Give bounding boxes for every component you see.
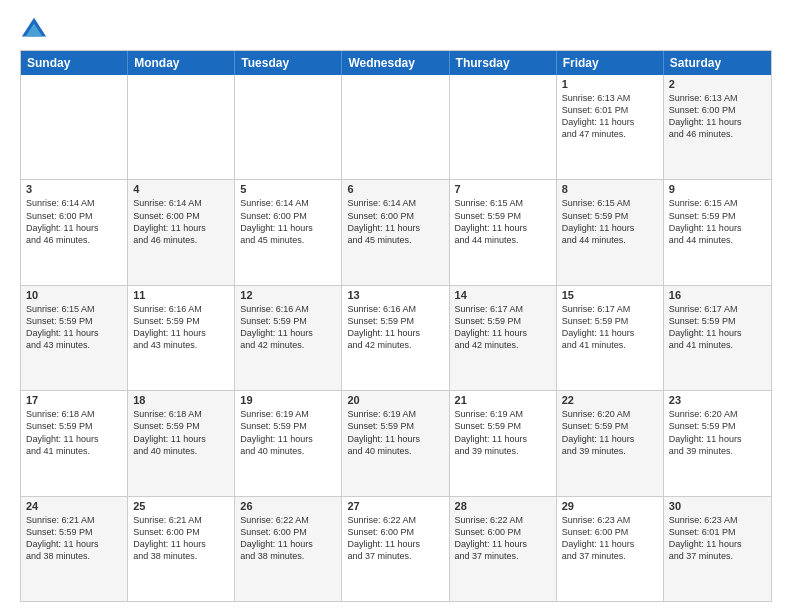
cell-info: Sunrise: 6:14 AM Sunset: 6:00 PM Dayligh… xyxy=(26,197,122,246)
cell-info: Sunrise: 6:17 AM Sunset: 5:59 PM Dayligh… xyxy=(455,303,551,352)
cal-cell-empty-0-4 xyxy=(450,75,557,179)
cal-cell-22: 22Sunrise: 6:20 AM Sunset: 5:59 PM Dayli… xyxy=(557,391,664,495)
day-number: 16 xyxy=(669,289,766,301)
day-number: 24 xyxy=(26,500,122,512)
cell-info: Sunrise: 6:19 AM Sunset: 5:59 PM Dayligh… xyxy=(347,408,443,457)
cal-cell-27: 27Sunrise: 6:22 AM Sunset: 6:00 PM Dayli… xyxy=(342,497,449,601)
day-number: 3 xyxy=(26,183,122,195)
cell-info: Sunrise: 6:21 AM Sunset: 6:00 PM Dayligh… xyxy=(133,514,229,563)
day-number: 20 xyxy=(347,394,443,406)
cal-cell-19: 19Sunrise: 6:19 AM Sunset: 5:59 PM Dayli… xyxy=(235,391,342,495)
cell-info: Sunrise: 6:18 AM Sunset: 5:59 PM Dayligh… xyxy=(133,408,229,457)
day-number: 15 xyxy=(562,289,658,301)
cal-cell-empty-0-3 xyxy=(342,75,449,179)
cal-cell-empty-0-0 xyxy=(21,75,128,179)
cell-info: Sunrise: 6:22 AM Sunset: 6:00 PM Dayligh… xyxy=(240,514,336,563)
cal-row-2: 10Sunrise: 6:15 AM Sunset: 5:59 PM Dayli… xyxy=(21,286,771,391)
cell-info: Sunrise: 6:19 AM Sunset: 5:59 PM Dayligh… xyxy=(455,408,551,457)
header xyxy=(20,16,772,44)
day-number: 26 xyxy=(240,500,336,512)
day-number: 27 xyxy=(347,500,443,512)
header-day-thursday: Thursday xyxy=(450,51,557,75)
cal-cell-17: 17Sunrise: 6:18 AM Sunset: 5:59 PM Dayli… xyxy=(21,391,128,495)
calendar-header: SundayMondayTuesdayWednesdayThursdayFrid… xyxy=(21,51,771,75)
header-day-tuesday: Tuesday xyxy=(235,51,342,75)
cal-cell-15: 15Sunrise: 6:17 AM Sunset: 5:59 PM Dayli… xyxy=(557,286,664,390)
cell-info: Sunrise: 6:21 AM Sunset: 5:59 PM Dayligh… xyxy=(26,514,122,563)
calendar-body: 1Sunrise: 6:13 AM Sunset: 6:01 PM Daylig… xyxy=(21,75,771,601)
cal-cell-23: 23Sunrise: 6:20 AM Sunset: 5:59 PM Dayli… xyxy=(664,391,771,495)
header-day-wednesday: Wednesday xyxy=(342,51,449,75)
day-number: 25 xyxy=(133,500,229,512)
day-number: 30 xyxy=(669,500,766,512)
cell-info: Sunrise: 6:14 AM Sunset: 6:00 PM Dayligh… xyxy=(133,197,229,246)
day-number: 18 xyxy=(133,394,229,406)
cal-cell-9: 9Sunrise: 6:15 AM Sunset: 5:59 PM Daylig… xyxy=(664,180,771,284)
day-number: 4 xyxy=(133,183,229,195)
day-number: 2 xyxy=(669,78,766,90)
cal-row-3: 17Sunrise: 6:18 AM Sunset: 5:59 PM Dayli… xyxy=(21,391,771,496)
cell-info: Sunrise: 6:23 AM Sunset: 6:01 PM Dayligh… xyxy=(669,514,766,563)
day-number: 7 xyxy=(455,183,551,195)
cell-info: Sunrise: 6:16 AM Sunset: 5:59 PM Dayligh… xyxy=(133,303,229,352)
cal-cell-18: 18Sunrise: 6:18 AM Sunset: 5:59 PM Dayli… xyxy=(128,391,235,495)
cal-cell-12: 12Sunrise: 6:16 AM Sunset: 5:59 PM Dayli… xyxy=(235,286,342,390)
cell-info: Sunrise: 6:14 AM Sunset: 6:00 PM Dayligh… xyxy=(347,197,443,246)
cal-cell-24: 24Sunrise: 6:21 AM Sunset: 5:59 PM Dayli… xyxy=(21,497,128,601)
cell-info: Sunrise: 6:15 AM Sunset: 5:59 PM Dayligh… xyxy=(455,197,551,246)
cell-info: Sunrise: 6:22 AM Sunset: 6:00 PM Dayligh… xyxy=(455,514,551,563)
day-number: 1 xyxy=(562,78,658,90)
cell-info: Sunrise: 6:22 AM Sunset: 6:00 PM Dayligh… xyxy=(347,514,443,563)
cell-info: Sunrise: 6:15 AM Sunset: 5:59 PM Dayligh… xyxy=(26,303,122,352)
logo xyxy=(20,16,52,44)
cal-cell-29: 29Sunrise: 6:23 AM Sunset: 6:00 PM Dayli… xyxy=(557,497,664,601)
day-number: 10 xyxy=(26,289,122,301)
cell-info: Sunrise: 6:18 AM Sunset: 5:59 PM Dayligh… xyxy=(26,408,122,457)
calendar: SundayMondayTuesdayWednesdayThursdayFrid… xyxy=(20,50,772,602)
cal-cell-28: 28Sunrise: 6:22 AM Sunset: 6:00 PM Dayli… xyxy=(450,497,557,601)
header-day-sunday: Sunday xyxy=(21,51,128,75)
cell-info: Sunrise: 6:17 AM Sunset: 5:59 PM Dayligh… xyxy=(669,303,766,352)
cal-cell-21: 21Sunrise: 6:19 AM Sunset: 5:59 PM Dayli… xyxy=(450,391,557,495)
cal-cell-11: 11Sunrise: 6:16 AM Sunset: 5:59 PM Dayli… xyxy=(128,286,235,390)
day-number: 21 xyxy=(455,394,551,406)
day-number: 5 xyxy=(240,183,336,195)
page: SundayMondayTuesdayWednesdayThursdayFrid… xyxy=(0,0,792,612)
cal-cell-3: 3Sunrise: 6:14 AM Sunset: 6:00 PM Daylig… xyxy=(21,180,128,284)
cal-cell-2: 2Sunrise: 6:13 AM Sunset: 6:00 PM Daylig… xyxy=(664,75,771,179)
cal-cell-empty-0-2 xyxy=(235,75,342,179)
day-number: 9 xyxy=(669,183,766,195)
header-day-saturday: Saturday xyxy=(664,51,771,75)
cell-info: Sunrise: 6:19 AM Sunset: 5:59 PM Dayligh… xyxy=(240,408,336,457)
cal-cell-1: 1Sunrise: 6:13 AM Sunset: 6:01 PM Daylig… xyxy=(557,75,664,179)
cell-info: Sunrise: 6:15 AM Sunset: 5:59 PM Dayligh… xyxy=(562,197,658,246)
day-number: 6 xyxy=(347,183,443,195)
cell-info: Sunrise: 6:17 AM Sunset: 5:59 PM Dayligh… xyxy=(562,303,658,352)
cal-row-0: 1Sunrise: 6:13 AM Sunset: 6:01 PM Daylig… xyxy=(21,75,771,180)
cal-row-4: 24Sunrise: 6:21 AM Sunset: 5:59 PM Dayli… xyxy=(21,497,771,601)
cal-cell-5: 5Sunrise: 6:14 AM Sunset: 6:00 PM Daylig… xyxy=(235,180,342,284)
day-number: 19 xyxy=(240,394,336,406)
cal-cell-8: 8Sunrise: 6:15 AM Sunset: 5:59 PM Daylig… xyxy=(557,180,664,284)
cal-cell-25: 25Sunrise: 6:21 AM Sunset: 6:00 PM Dayli… xyxy=(128,497,235,601)
cal-cell-14: 14Sunrise: 6:17 AM Sunset: 5:59 PM Dayli… xyxy=(450,286,557,390)
day-number: 29 xyxy=(562,500,658,512)
cal-cell-empty-0-1 xyxy=(128,75,235,179)
cal-cell-10: 10Sunrise: 6:15 AM Sunset: 5:59 PM Dayli… xyxy=(21,286,128,390)
cell-info: Sunrise: 6:13 AM Sunset: 6:01 PM Dayligh… xyxy=(562,92,658,141)
cell-info: Sunrise: 6:15 AM Sunset: 5:59 PM Dayligh… xyxy=(669,197,766,246)
day-number: 14 xyxy=(455,289,551,301)
cell-info: Sunrise: 6:14 AM Sunset: 6:00 PM Dayligh… xyxy=(240,197,336,246)
logo-icon xyxy=(20,16,48,44)
header-day-monday: Monday xyxy=(128,51,235,75)
day-number: 28 xyxy=(455,500,551,512)
day-number: 13 xyxy=(347,289,443,301)
cal-cell-13: 13Sunrise: 6:16 AM Sunset: 5:59 PM Dayli… xyxy=(342,286,449,390)
day-number: 22 xyxy=(562,394,658,406)
cell-info: Sunrise: 6:16 AM Sunset: 5:59 PM Dayligh… xyxy=(347,303,443,352)
cal-cell-6: 6Sunrise: 6:14 AM Sunset: 6:00 PM Daylig… xyxy=(342,180,449,284)
cell-info: Sunrise: 6:13 AM Sunset: 6:00 PM Dayligh… xyxy=(669,92,766,141)
cal-cell-4: 4Sunrise: 6:14 AM Sunset: 6:00 PM Daylig… xyxy=(128,180,235,284)
cal-cell-7: 7Sunrise: 6:15 AM Sunset: 5:59 PM Daylig… xyxy=(450,180,557,284)
cell-info: Sunrise: 6:16 AM Sunset: 5:59 PM Dayligh… xyxy=(240,303,336,352)
